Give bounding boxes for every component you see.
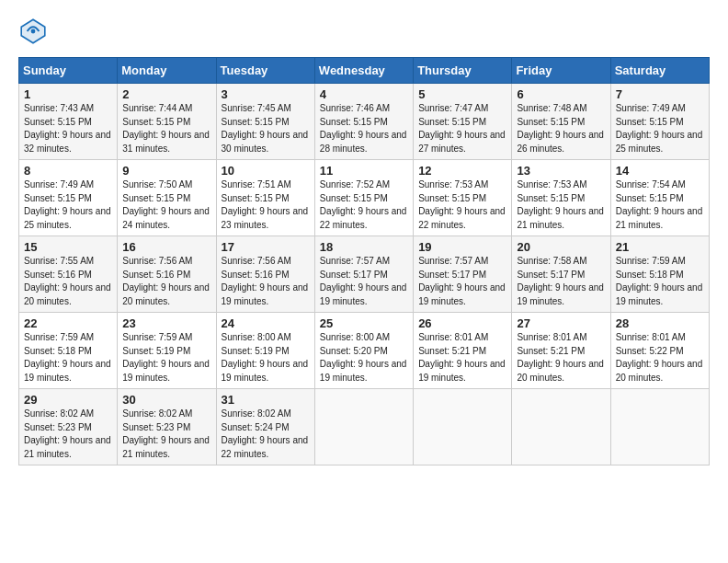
day-number: 26 — [418, 316, 506, 330]
day-number: 14 — [616, 164, 704, 178]
day-number: 5 — [418, 87, 506, 101]
day-cell: 22Sunrise: 7:59 AMSunset: 5:18 PMDayligh… — [19, 313, 118, 389]
day-number: 25 — [320, 316, 408, 330]
day-info: Sunrise: 7:48 AMSunset: 5:15 PMDaylight:… — [517, 102, 605, 155]
day-info: Sunrise: 7:54 AMSunset: 5:15 PMDaylight:… — [616, 178, 704, 232]
col-header-thursday: Thursday — [414, 58, 512, 84]
day-cell: 13Sunrise: 7:53 AMSunset: 5:15 PMDayligh… — [512, 160, 610, 236]
day-cell: 4Sunrise: 7:46 AMSunset: 5:15 PMDaylight… — [314, 84, 413, 160]
day-info: Sunrise: 8:01 AMSunset: 5:22 PMDaylight:… — [616, 331, 704, 385]
day-cell: 18Sunrise: 7:57 AMSunset: 5:17 PMDayligh… — [314, 236, 413, 313]
day-number: 3 — [222, 87, 310, 101]
day-number: 20 — [517, 240, 605, 254]
day-number: 2 — [122, 87, 210, 101]
day-number: 18 — [320, 240, 408, 254]
day-number: 30 — [122, 393, 210, 407]
day-info: Sunrise: 7:56 AMSunset: 5:16 PMDaylight:… — [222, 255, 310, 308]
day-number: 17 — [222, 240, 310, 254]
day-number: 19 — [418, 240, 506, 254]
col-header-sunday: Sunday — [19, 58, 118, 84]
week-row-5: 29Sunrise: 8:02 AMSunset: 5:23 PMDayligh… — [19, 389, 710, 465]
day-cell: 27Sunrise: 8:01 AMSunset: 5:21 PMDayligh… — [512, 313, 610, 389]
day-info: Sunrise: 7:57 AMSunset: 5:17 PMDaylight:… — [320, 255, 408, 308]
day-number: 8 — [24, 164, 112, 178]
day-cell: 24Sunrise: 8:00 AMSunset: 5:19 PMDayligh… — [216, 313, 314, 389]
week-row-3: 15Sunrise: 7:55 AMSunset: 5:16 PMDayligh… — [19, 236, 710, 313]
day-cell: 12Sunrise: 7:53 AMSunset: 5:15 PMDayligh… — [414, 160, 512, 236]
day-cell: 30Sunrise: 8:02 AMSunset: 5:23 PMDayligh… — [118, 389, 216, 465]
week-row-1: 1Sunrise: 7:43 AMSunset: 5:15 PMDaylight… — [19, 84, 710, 160]
header — [18, 17, 710, 46]
day-number: 23 — [122, 316, 210, 330]
day-info: Sunrise: 8:02 AMSunset: 5:24 PMDaylight:… — [222, 408, 310, 461]
logo-icon — [18, 17, 48, 46]
day-number: 22 — [24, 316, 112, 330]
day-cell: 23Sunrise: 7:59 AMSunset: 5:19 PMDayligh… — [118, 313, 216, 389]
calendar-table: SundayMondayTuesdayWednesdayThursdayFrid… — [18, 57, 710, 465]
day-info: Sunrise: 7:56 AMSunset: 5:16 PMDaylight:… — [122, 255, 210, 308]
day-number: 29 — [24, 393, 112, 407]
day-number: 12 — [418, 164, 506, 178]
day-number: 7 — [616, 87, 704, 101]
day-cell: 10Sunrise: 7:51 AMSunset: 5:15 PMDayligh… — [216, 160, 314, 236]
day-cell: 5Sunrise: 7:47 AMSunset: 5:15 PMDaylight… — [414, 84, 512, 160]
day-info: Sunrise: 7:47 AMSunset: 5:15 PMDaylight:… — [418, 102, 506, 155]
day-cell: 19Sunrise: 7:57 AMSunset: 5:17 PMDayligh… — [414, 236, 512, 313]
day-cell: 3Sunrise: 7:45 AMSunset: 5:15 PMDaylight… — [216, 84, 314, 160]
day-info: Sunrise: 7:46 AMSunset: 5:15 PMDaylight:… — [320, 102, 408, 155]
day-info: Sunrise: 7:44 AMSunset: 5:15 PMDaylight:… — [122, 102, 210, 155]
day-info: Sunrise: 7:53 AMSunset: 5:15 PMDaylight:… — [517, 178, 605, 232]
day-number: 24 — [222, 316, 310, 330]
day-cell — [512, 389, 610, 465]
day-cell: 28Sunrise: 8:01 AMSunset: 5:22 PMDayligh… — [610, 313, 709, 389]
col-header-wednesday: Wednesday — [314, 58, 413, 84]
day-number: 31 — [222, 393, 310, 407]
day-info: Sunrise: 7:43 AMSunset: 5:15 PMDaylight:… — [24, 102, 112, 155]
day-cell: 15Sunrise: 7:55 AMSunset: 5:16 PMDayligh… — [19, 236, 118, 313]
day-info: Sunrise: 7:55 AMSunset: 5:16 PMDaylight:… — [24, 255, 112, 308]
day-cell — [414, 389, 512, 465]
day-number: 4 — [320, 87, 408, 101]
day-info: Sunrise: 7:53 AMSunset: 5:15 PMDaylight:… — [418, 178, 506, 232]
day-info: Sunrise: 7:52 AMSunset: 5:15 PMDaylight:… — [320, 178, 408, 232]
day-cell: 31Sunrise: 8:02 AMSunset: 5:24 PMDayligh… — [216, 389, 314, 465]
day-number: 10 — [222, 164, 310, 178]
day-info: Sunrise: 8:01 AMSunset: 5:21 PMDaylight:… — [418, 331, 506, 385]
day-info: Sunrise: 7:57 AMSunset: 5:17 PMDaylight:… — [418, 255, 506, 308]
day-cell: 9Sunrise: 7:50 AMSunset: 5:15 PMDaylight… — [118, 160, 216, 236]
day-cell — [610, 389, 709, 465]
day-number: 16 — [122, 240, 210, 254]
col-header-friday: Friday — [512, 58, 610, 84]
day-number: 9 — [122, 164, 210, 178]
day-number: 1 — [24, 87, 112, 101]
day-number: 15 — [24, 240, 112, 254]
day-number: 6 — [517, 87, 605, 101]
day-cell: 17Sunrise: 7:56 AMSunset: 5:16 PMDayligh… — [216, 236, 314, 313]
day-info: Sunrise: 7:50 AMSunset: 5:15 PMDaylight:… — [122, 178, 210, 232]
day-info: Sunrise: 8:00 AMSunset: 5:20 PMDaylight:… — [320, 331, 408, 385]
day-info: Sunrise: 8:00 AMSunset: 5:19 PMDaylight:… — [222, 331, 310, 385]
day-info: Sunrise: 7:51 AMSunset: 5:15 PMDaylight:… — [222, 178, 310, 232]
day-cell: 25Sunrise: 8:00 AMSunset: 5:20 PMDayligh… — [314, 313, 413, 389]
day-number: 13 — [517, 164, 605, 178]
day-info: Sunrise: 7:49 AMSunset: 5:15 PMDaylight:… — [616, 102, 704, 155]
day-cell: 2Sunrise: 7:44 AMSunset: 5:15 PMDaylight… — [118, 84, 216, 160]
day-number: 21 — [616, 240, 704, 254]
day-cell: 6Sunrise: 7:48 AMSunset: 5:15 PMDaylight… — [512, 84, 610, 160]
day-info: Sunrise: 8:02 AMSunset: 5:23 PMDaylight:… — [122, 408, 210, 461]
day-info: Sunrise: 8:01 AMSunset: 5:21 PMDaylight:… — [517, 331, 605, 385]
week-row-4: 22Sunrise: 7:59 AMSunset: 5:18 PMDayligh… — [19, 313, 710, 389]
day-cell: 1Sunrise: 7:43 AMSunset: 5:15 PMDaylight… — [19, 84, 118, 160]
page: SundayMondayTuesdayWednesdayThursdayFrid… — [0, 0, 728, 475]
svg-point-2 — [31, 29, 36, 34]
day-cell: 8Sunrise: 7:49 AMSunset: 5:15 PMDaylight… — [19, 160, 118, 236]
day-cell: 26Sunrise: 8:01 AMSunset: 5:21 PMDayligh… — [414, 313, 512, 389]
day-cell: 21Sunrise: 7:59 AMSunset: 5:18 PMDayligh… — [610, 236, 709, 313]
day-cell: 16Sunrise: 7:56 AMSunset: 5:16 PMDayligh… — [118, 236, 216, 313]
logo — [18, 17, 51, 46]
day-cell: 7Sunrise: 7:49 AMSunset: 5:15 PMDaylight… — [610, 84, 709, 160]
day-number: 27 — [517, 316, 605, 330]
week-row-2: 8Sunrise: 7:49 AMSunset: 5:15 PMDaylight… — [19, 160, 710, 236]
header-row: SundayMondayTuesdayWednesdayThursdayFrid… — [19, 58, 710, 84]
day-cell: 11Sunrise: 7:52 AMSunset: 5:15 PMDayligh… — [314, 160, 413, 236]
